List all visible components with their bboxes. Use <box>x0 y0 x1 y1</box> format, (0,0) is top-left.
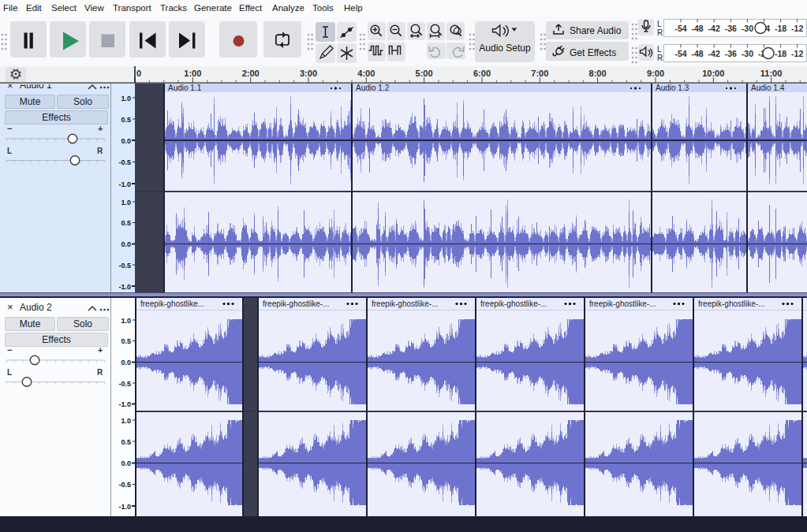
svg-text:−: − <box>7 124 12 133</box>
svg-text:11:00: 11:00 <box>760 69 783 78</box>
svg-text:freepik-ghostlike-...: freepik-ghostlike-... <box>698 299 764 308</box>
svg-text:-36: -36 <box>725 49 737 58</box>
svg-text:-42: -42 <box>708 24 720 33</box>
svg-text:9:00: 9:00 <box>647 69 664 78</box>
svg-text:-42: -42 <box>708 49 720 58</box>
svg-text:7:00: 7:00 <box>531 69 548 78</box>
svg-text:R: R <box>657 28 663 37</box>
svg-text:-18: -18 <box>775 24 786 33</box>
svg-text:Audio 1.4: Audio 1.4 <box>751 84 785 92</box>
svg-text:-54: -54 <box>674 24 686 33</box>
svg-text:-30: -30 <box>742 24 753 33</box>
svg-text:-36: -36 <box>725 24 737 33</box>
svg-text:−: − <box>7 345 12 355</box>
svg-text:Audio 1.1: Audio 1.1 <box>168 84 202 92</box>
svg-text:6:00: 6:00 <box>473 69 491 78</box>
svg-text:2:00: 2:00 <box>242 69 260 78</box>
svg-text:-48: -48 <box>692 49 704 58</box>
svg-text:+: + <box>98 345 103 355</box>
svg-text:Audio 1.3: Audio 1.3 <box>656 84 689 92</box>
svg-text:freepik-ghostlike-...: freepik-ghostlike-... <box>480 299 547 308</box>
svg-text:Audio Setup: Audio Setup <box>479 43 531 54</box>
svg-text:10:00: 10:00 <box>702 69 724 78</box>
svg-text:Share Audio: Share Audio <box>570 25 622 36</box>
svg-text:freepik-ghostlike...: freepik-ghostlike... <box>140 299 204 308</box>
svg-text:1:00: 1:00 <box>184 69 201 78</box>
svg-text:Audio 1.2: Audio 1.2 <box>356 84 390 92</box>
svg-text:L: L <box>7 147 12 155</box>
svg-text:-48: -48 <box>692 24 704 33</box>
svg-text:-54: -54 <box>674 49 686 58</box>
svg-text:+: + <box>98 124 103 133</box>
svg-text:freepik-ghostlike-...: freepik-ghostlike-... <box>263 299 329 308</box>
svg-text:freepik-ghostlike-...: freepik-ghostlike-... <box>589 299 656 308</box>
svg-text:-30: -30 <box>742 49 753 58</box>
svg-text:4:00: 4:00 <box>357 69 375 78</box>
svg-text:freepik-ghostlike-...: freepik-ghostlike-... <box>372 299 438 308</box>
svg-text:8:00: 8:00 <box>589 69 607 78</box>
svg-text:Get Effects: Get Effects <box>570 47 616 58</box>
svg-text:L: L <box>657 20 662 28</box>
svg-text:-12: -12 <box>791 49 803 58</box>
svg-text:R: R <box>97 147 103 155</box>
svg-text:-18: -18 <box>775 49 786 58</box>
svg-text:5:00: 5:00 <box>416 69 433 78</box>
svg-text:0: 0 <box>136 69 141 78</box>
svg-text:L: L <box>657 45 662 54</box>
svg-text:R: R <box>657 54 663 62</box>
svg-text:-12: -12 <box>791 24 803 33</box>
svg-text:L: L <box>7 368 12 377</box>
svg-text:R: R <box>97 368 103 377</box>
svg-text:3:00: 3:00 <box>300 69 317 78</box>
